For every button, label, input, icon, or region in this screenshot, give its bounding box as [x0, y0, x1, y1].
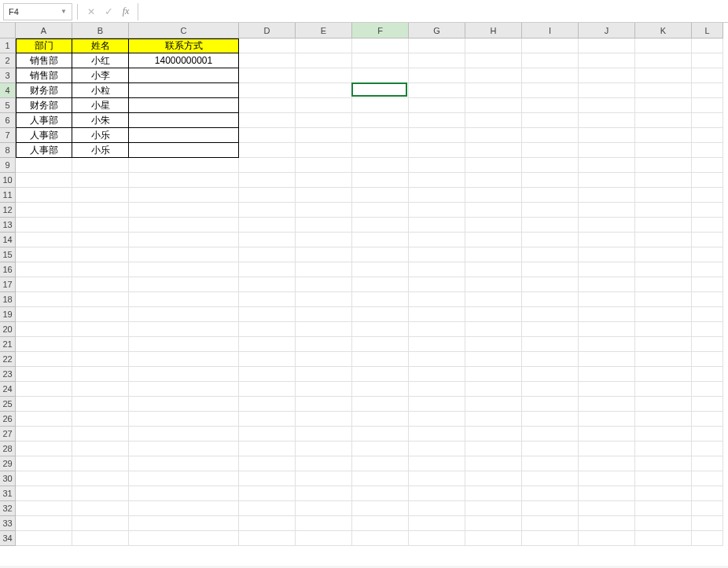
cell-B33[interactable]	[72, 516, 129, 531]
cell-E31[interactable]	[296, 486, 352, 501]
cell-D7[interactable]	[239, 128, 296, 143]
cell-A15[interactable]	[16, 247, 72, 262]
cell-D24[interactable]	[239, 382, 296, 397]
cell-B21[interactable]	[72, 337, 129, 352]
cell-K17[interactable]	[635, 277, 692, 292]
cell-H25[interactable]	[465, 397, 522, 412]
cell-E20[interactable]	[296, 322, 352, 337]
formula-input[interactable]	[138, 3, 728, 20]
cell-E19[interactable]	[296, 307, 352, 322]
cell-J7[interactable]	[579, 128, 635, 143]
cell-G26[interactable]	[409, 412, 465, 427]
cell-H9[interactable]	[465, 158, 522, 173]
cell-L28[interactable]	[692, 442, 723, 456]
cell-J10[interactable]	[579, 173, 635, 188]
cell-C13[interactable]	[129, 218, 239, 233]
cell-I23[interactable]	[522, 367, 579, 382]
cell-I2[interactable]	[522, 53, 579, 68]
column-header-E[interactable]: E	[296, 23, 352, 38]
cell-B24[interactable]	[72, 382, 129, 397]
cell-A31[interactable]	[16, 486, 72, 501]
cell-I19[interactable]	[522, 307, 579, 322]
cell-J12[interactable]	[579, 203, 635, 218]
cell-L29[interactable]	[692, 456, 723, 471]
cell-L33[interactable]	[692, 516, 723, 531]
cell-E7[interactable]	[296, 128, 352, 143]
cell-D28[interactable]	[239, 442, 296, 456]
cell-K31[interactable]	[635, 486, 692, 501]
cell-E6[interactable]	[296, 113, 352, 128]
cell-C31[interactable]	[129, 486, 239, 501]
cell-G20[interactable]	[409, 322, 465, 337]
cell-I17[interactable]	[522, 277, 579, 292]
cell-K3[interactable]	[635, 68, 692, 83]
cell-L21[interactable]	[692, 337, 723, 352]
row-header-18[interactable]: 18	[0, 292, 16, 307]
cell-C7[interactable]	[129, 128, 239, 143]
cell-F13[interactable]	[352, 218, 409, 233]
row-header-13[interactable]: 13	[0, 218, 16, 233]
cell-K26[interactable]	[635, 412, 692, 427]
cell-D11[interactable]	[239, 188, 296, 203]
cell-A24[interactable]	[16, 382, 72, 397]
cell-F21[interactable]	[352, 337, 409, 352]
cell-I26[interactable]	[522, 412, 579, 427]
cell-G12[interactable]	[409, 203, 465, 218]
cell-E1[interactable]	[296, 38, 352, 53]
cell-G23[interactable]	[409, 367, 465, 382]
cell-F16[interactable]	[352, 262, 409, 277]
cell-G10[interactable]	[409, 173, 465, 188]
cell-E12[interactable]	[296, 203, 352, 218]
cell-J32[interactable]	[579, 501, 635, 516]
cell-K4[interactable]	[635, 83, 692, 98]
cell-J9[interactable]	[579, 158, 635, 173]
row-header-17[interactable]: 17	[0, 277, 16, 292]
cell-K29[interactable]	[635, 456, 692, 471]
row-header-29[interactable]: 29	[0, 456, 16, 471]
cell-A33[interactable]	[16, 516, 72, 531]
cell-B17[interactable]	[72, 277, 129, 292]
cell-H19[interactable]	[465, 307, 522, 322]
cell-I4[interactable]	[522, 83, 579, 98]
cell-I13[interactable]	[522, 218, 579, 233]
cell-H30[interactable]	[465, 471, 522, 486]
cell-H32[interactable]	[465, 501, 522, 516]
cell-D23[interactable]	[239, 367, 296, 382]
cell-F26[interactable]	[352, 412, 409, 427]
cell-H11[interactable]	[465, 188, 522, 203]
cell-J19[interactable]	[579, 307, 635, 322]
cell-B18[interactable]	[72, 292, 129, 307]
cell-I1[interactable]	[522, 38, 579, 53]
cell-H8[interactable]	[465, 143, 522, 158]
cell-K18[interactable]	[635, 292, 692, 307]
column-header-I[interactable]: I	[522, 23, 579, 38]
cell-E14[interactable]	[296, 233, 352, 247]
cell-H16[interactable]	[465, 262, 522, 277]
cell-E8[interactable]	[296, 143, 352, 158]
cell-K1[interactable]	[635, 38, 692, 53]
cell-F32[interactable]	[352, 501, 409, 516]
cell-J26[interactable]	[579, 412, 635, 427]
cell-C26[interactable]	[129, 412, 239, 427]
cell-A34[interactable]	[16, 531, 72, 546]
cell-K14[interactable]	[635, 233, 692, 247]
cell-J5[interactable]	[579, 98, 635, 113]
cell-F30[interactable]	[352, 471, 409, 486]
cell-I33[interactable]	[522, 516, 579, 531]
cell-E28[interactable]	[296, 442, 352, 456]
cell-H34[interactable]	[465, 531, 522, 546]
cell-H1[interactable]	[465, 38, 522, 53]
cell-F24[interactable]	[352, 382, 409, 397]
cell-A21[interactable]	[16, 337, 72, 352]
cell-E26[interactable]	[296, 412, 352, 427]
row-header-31[interactable]: 31	[0, 486, 16, 501]
row-header-11[interactable]: 11	[0, 188, 16, 203]
cell-G1[interactable]	[409, 38, 465, 53]
cell-E24[interactable]	[296, 382, 352, 397]
cell-A4[interactable]: 财务部	[16, 83, 72, 98]
cell-K2[interactable]	[635, 53, 692, 68]
cell-D4[interactable]	[239, 83, 296, 98]
row-header-28[interactable]: 28	[0, 442, 16, 456]
row-header-25[interactable]: 25	[0, 397, 16, 412]
cell-E5[interactable]	[296, 98, 352, 113]
